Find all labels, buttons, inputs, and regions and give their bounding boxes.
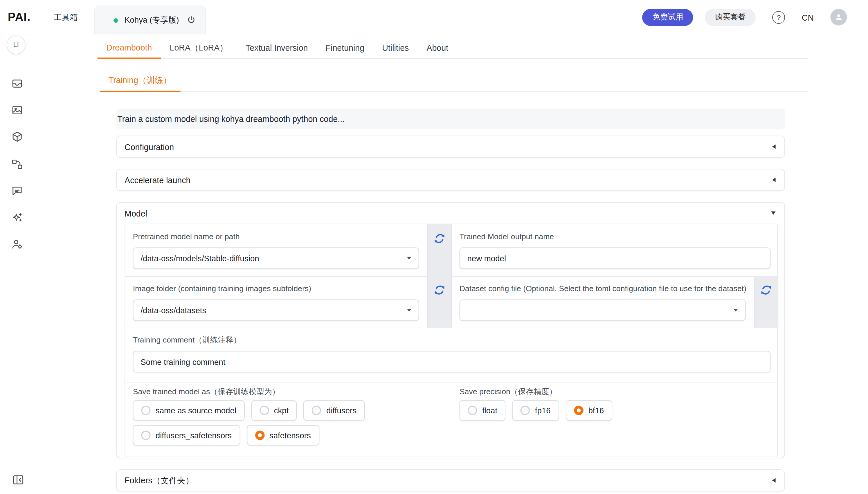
accordion-configuration-header[interactable]: Configuration <box>117 136 785 157</box>
radio-same-as-source-model[interactable]: same as source model <box>133 400 245 421</box>
left-sidebar: LI <box>0 34 34 494</box>
free-trial-button[interactable]: 免费试用 <box>642 9 693 26</box>
pai-logo: PAI. <box>8 0 31 34</box>
training-comment-label: Training comment（训练注释） <box>133 336 241 345</box>
radio-label: bf16 <box>588 406 604 415</box>
tab-dreambooth[interactable]: Dreambooth <box>97 37 161 59</box>
chevron-down-icon <box>407 257 411 260</box>
radio-label: diffusers_safetensors <box>156 431 232 440</box>
gallery-icon[interactable] <box>11 104 23 116</box>
refresh-image-folder-button[interactable] <box>432 282 447 298</box>
workspace-tab-kohya[interactable]: Kohya (专享版) <box>94 5 206 34</box>
save-precision-options: float fp16 bf16 <box>459 400 612 421</box>
accordion-folders-header[interactable]: Folders（文件夹） <box>117 470 785 491</box>
dreambooth-subtabs: Training（训练） <box>99 70 808 92</box>
status-dot-icon <box>114 18 118 22</box>
topbar-actions: 免费试用 购买套餐 ? CN <box>642 0 868 34</box>
model-form: Pretrained model name or path /data-oss/… <box>125 224 778 457</box>
radio-icon <box>521 406 530 415</box>
pipeline-icon[interactable] <box>11 158 23 170</box>
save-model-as-label: Save trained model as（保存训练模型为） <box>133 387 280 397</box>
power-icon[interactable] <box>187 15 196 25</box>
accordion-accelerate-launch-header[interactable]: Accelerate launch <box>117 170 785 190</box>
radio-float[interactable]: float <box>459 400 506 421</box>
topbar: PAI. 工具箱 Kohya (专享版) 免费试用 购买套餐 ? CN <box>0 0 868 34</box>
radio-label: same as source model <box>156 406 236 415</box>
radio-bf16-selected[interactable]: bf16 <box>566 400 612 421</box>
chevron-left-icon <box>772 178 775 182</box>
chevron-down-icon <box>734 309 738 312</box>
accordion-accelerate-launch-label: Accelerate launch <box>125 175 190 185</box>
tab-lora[interactable]: LoRA（LoRA） <box>161 37 237 59</box>
accordion-folders: Folders（文件夹） <box>116 469 785 491</box>
accordion-configuration: Configuration <box>116 136 785 158</box>
radio-icon <box>312 406 321 415</box>
radio-safetensors-selected[interactable]: safetensors <box>247 425 319 445</box>
models-icon[interactable] <box>11 131 23 143</box>
divider <box>452 382 452 458</box>
tab-utilities[interactable]: Utilities <box>373 37 418 59</box>
training-comment-value: Some training comment <box>140 357 225 366</box>
subtab-training[interactable]: Training（训练） <box>99 70 180 92</box>
tab-finetuning[interactable]: Finetuning <box>317 37 373 59</box>
buy-package-button[interactable]: 购买套餐 <box>705 9 756 26</box>
toolbox-tab[interactable]: 工具箱 <box>54 0 78 34</box>
trained-output-name-value: new model <box>467 254 506 263</box>
training-comment-input[interactable]: Some training comment <box>133 351 771 373</box>
radio-label: fp16 <box>535 406 551 415</box>
chat-icon[interactable] <box>11 185 23 197</box>
user-settings-icon[interactable] <box>11 238 23 250</box>
save-model-as-options-row1: same as source model ckpt diffusers <box>133 400 365 421</box>
accordion-accelerate-launch: Accelerate launch <box>116 169 785 191</box>
dataset-config-dropdown[interactable] <box>459 300 746 321</box>
deploy-icon[interactable] <box>11 77 23 90</box>
sidebar-toggle-icon[interactable] <box>12 474 24 486</box>
save-precision-label: Save precision（保存精度） <box>459 387 557 397</box>
radio-label: safetensors <box>269 431 311 440</box>
accordion-model: Model <box>116 202 785 458</box>
radio-checked-icon <box>574 406 583 415</box>
user-avatar-icon[interactable] <box>830 9 847 25</box>
radio-diffusers[interactable]: diffusers <box>304 400 365 421</box>
image-folder-label: Image folder (containing training images… <box>133 284 311 293</box>
refresh-models-button[interactable] <box>432 231 447 246</box>
trained-output-name-label: Trained Model output name <box>459 232 554 241</box>
workspace-avatar[interactable]: LI <box>7 35 25 54</box>
radio-label: float <box>482 406 497 415</box>
radio-icon <box>141 406 150 415</box>
radio-icon <box>141 431 150 440</box>
sparkles-icon[interactable] <box>11 211 23 224</box>
app-root: PAI. 工具箱 Kohya (专享版) 免费试用 购买套餐 ? CN L <box>0 0 868 494</box>
locale-switch[interactable]: CN <box>802 13 814 22</box>
image-folder-dropdown[interactable]: /data-oss/datasets <box>133 300 419 321</box>
radio-diffusers-safetensors[interactable]: diffusers_safetensors <box>133 425 240 445</box>
pretrained-model-label: Pretrained model name or path <box>133 232 240 241</box>
radio-label: ckpt <box>274 406 289 415</box>
accordion-model-header[interactable]: Model <box>117 203 785 224</box>
chevron-left-icon <box>772 478 775 483</box>
chevron-down-icon <box>407 309 411 312</box>
workspace-tab-label: Kohya (专享版) <box>125 15 179 25</box>
divider <box>125 328 778 328</box>
image-folder-value: /data-oss/datasets <box>140 306 206 315</box>
radio-ckpt[interactable]: ckpt <box>251 400 297 421</box>
radio-fp16[interactable]: fp16 <box>512 400 559 421</box>
save-model-as-options-row2: diffusers_safetensors safetensors <box>133 425 319 445</box>
dataset-config-label: Dataset config file (Optional. Select th… <box>459 284 747 293</box>
refresh-dataset-config-button[interactable] <box>758 282 774 298</box>
pretrained-model-dropdown[interactable]: /data-oss/models/Stable-diffusion <box>133 247 419 269</box>
radio-icon <box>260 406 269 415</box>
pretrained-model-value: /data-oss/models/Stable-diffusion <box>140 254 259 263</box>
chevron-down-icon <box>771 211 775 214</box>
trained-output-name-input[interactable]: new model <box>459 247 771 269</box>
radio-icon <box>468 406 477 415</box>
chevron-left-icon <box>772 145 775 149</box>
tab-about[interactable]: About <box>418 37 457 59</box>
tab-textual-inversion[interactable]: Textual Inversion <box>237 37 317 59</box>
help-icon[interactable]: ? <box>773 11 785 23</box>
radio-checked-icon <box>255 431 264 440</box>
kohya-tabs: Dreambooth LoRA（LoRA） Textual Inversion … <box>97 37 808 59</box>
accordion-folders-label: Folders（文件夹） <box>125 475 194 486</box>
intro-text: Train a custom model using kohya dreambo… <box>116 109 785 129</box>
accordion-model-label: Model <box>125 208 147 218</box>
